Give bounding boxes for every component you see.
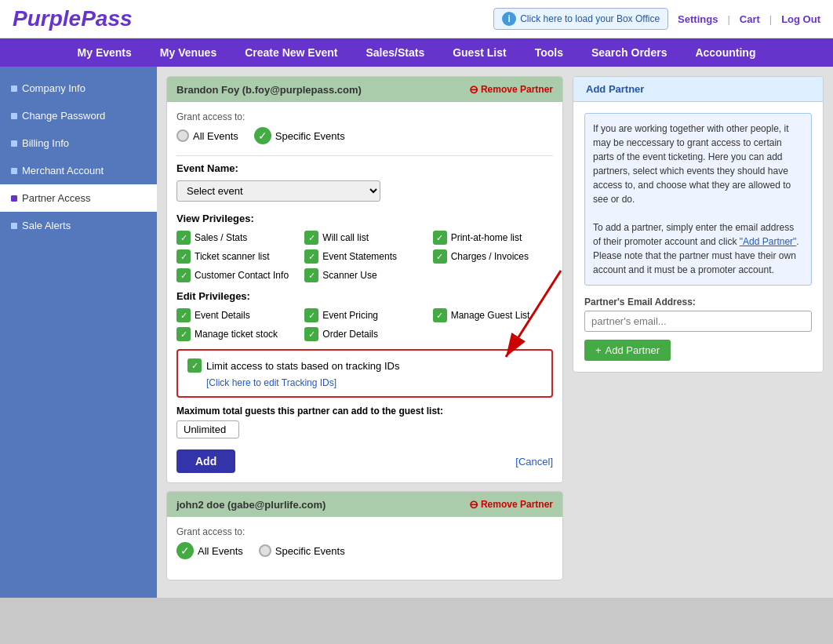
priv-ticket-scanner: ✓ Ticket scanner list	[176, 249, 296, 264]
priv-charges-invoices: ✓ Charges / Invoices	[433, 249, 553, 264]
partner1-header: Brandon Foy (b.foy@purplepass.com) ⊖ Rem…	[167, 77, 562, 102]
partner2-all-events-label: All Events	[198, 545, 243, 557]
event-select-row: Select event	[176, 180, 553, 202]
content-wrapper: Company Info Change Password Billing Inf…	[0, 67, 833, 598]
check-icon: ✓	[304, 308, 318, 322]
bullet-icon	[11, 168, 17, 174]
add-partner-info: If you are working together with other p…	[584, 113, 812, 286]
priv-event-statements: ✓ Event Statements	[304, 249, 424, 264]
action-row: Add [Cancel]	[176, 449, 553, 473]
settings-link[interactable]: Settings	[678, 13, 718, 25]
partner1-remove-button[interactable]: ⊖ Remove Partner	[469, 83, 553, 96]
all-events-radio[interactable]	[176, 129, 189, 142]
main-nav: My Events My Venues Create New Event Sal…	[0, 38, 833, 67]
logout-link[interactable]: Log Out	[781, 13, 820, 25]
add-partner-button[interactable]: + Add Partner	[584, 340, 671, 361]
add-partner-link[interactable]: "Add Partner"	[740, 236, 797, 247]
check-icon: ✓	[304, 231, 318, 245]
partner2-name: john2 doe (gabe@plurlife.com)	[176, 499, 326, 511]
nav-search-orders[interactable]: Search Orders	[577, 38, 682, 67]
edit-privileges-grid: ✓ Event Details ✓ Event Pricing ✓ Manage…	[176, 308, 553, 341]
active-bullet-icon	[11, 195, 17, 202]
sidebar-item-billing-info[interactable]: Billing Info	[0, 129, 157, 157]
nav-create-event[interactable]: Create New Event	[231, 38, 351, 67]
box-office-label: Click here to load your Box Office	[520, 13, 660, 24]
nav-sales-stats[interactable]: Sales/Stats	[351, 38, 438, 67]
sidebar-label-merchant-account: Merchant Account	[22, 165, 104, 176]
add-partner-body: If you are working together with other p…	[573, 102, 823, 372]
partner2-specific-events-radio[interactable]	[259, 544, 271, 557]
nav-my-venues[interactable]: My Venues	[146, 38, 231, 67]
partner2-radio-group: ✓ All Events Specific Events	[176, 542, 553, 559]
partner2-all-events-option[interactable]: ✓ All Events	[176, 542, 243, 559]
partner2-remove-button[interactable]: ⊖ Remove Partner	[469, 498, 553, 511]
partner2-card: john2 doe (gabe@plurlife.com) ⊖ Remove P…	[166, 491, 563, 580]
sidebar-item-sale-alerts[interactable]: Sale Alerts	[0, 212, 157, 239]
nav-accounting[interactable]: Accounting	[681, 38, 769, 67]
partner2-all-events-radio[interactable]: ✓	[176, 542, 194, 559]
add-partner-tab[interactable]: Add Partner	[573, 77, 823, 102]
partner2-specific-events-option[interactable]: Specific Events	[259, 544, 345, 557]
check-icon: ✓	[187, 358, 202, 373]
check-icon: ✓	[304, 268, 318, 282]
check-icon: ✓	[176, 308, 191, 322]
nav-my-events[interactable]: My Events	[64, 38, 146, 67]
specific-events-radio[interactable]: ✓	[254, 127, 271, 144]
divider1	[176, 155, 553, 156]
nav-guest-list[interactable]: Guest List	[438, 38, 520, 67]
check-icon: ✓	[176, 231, 191, 245]
partner-email-input[interactable]	[584, 311, 812, 332]
nav-tools[interactable]: Tools	[521, 38, 577, 67]
check-icon: ✓	[176, 327, 191, 341]
check-icon: ✓	[433, 231, 447, 245]
view-privileges-grid: ✓ Sales / Stats ✓ Will call list ✓ Print…	[176, 231, 553, 282]
all-events-label: All Events	[193, 130, 238, 142]
sidebar-item-change-password[interactable]: Change Password	[0, 102, 157, 129]
tracking-label: Limit access to stats based on tracking …	[206, 360, 399, 372]
sidebar-item-company-info[interactable]: Company Info	[0, 75, 157, 102]
access-radio-group: All Events ✓ Specific Events	[176, 127, 553, 144]
sidebar-item-merchant-account[interactable]: Merchant Account	[0, 157, 157, 184]
check-icon: ✓	[176, 268, 191, 282]
add-partner-panel: Add Partner If you are working together …	[573, 76, 824, 373]
partner2-remove-label: Remove Partner	[481, 499, 553, 510]
box-office-button[interactable]: i Click here to load your Box Office	[493, 8, 668, 30]
plus-icon: +	[595, 344, 602, 356]
sidebar-label-sale-alerts: Sale Alerts	[22, 220, 71, 231]
main-content: Brandon Foy (b.foy@purplepass.com) ⊖ Rem…	[157, 67, 833, 598]
add-button[interactable]: Add	[176, 449, 235, 473]
sidebar-label-billing-info: Billing Info	[22, 137, 69, 149]
view-privileges-label: View Privileges:	[176, 213, 553, 224]
sidebar-item-partner-access[interactable]: Partner Access	[0, 184, 157, 212]
sidebar-label-company-info: Company Info	[22, 82, 85, 94]
sidebar: Company Info Change Password Billing Inf…	[0, 67, 157, 598]
cancel-link[interactable]: [Cancel]	[515, 456, 553, 468]
edit-event-pricing: ✓ Event Pricing	[304, 308, 424, 322]
bullet-icon	[11, 223, 17, 229]
partner2-header: john2 doe (gabe@plurlife.com) ⊖ Remove P…	[167, 492, 562, 517]
info-icon: i	[502, 12, 516, 26]
max-guests-label: Maximum total guests this partner can ad…	[176, 406, 553, 417]
priv-print-home: ✓ Print-at-home list	[433, 231, 553, 245]
logo: PurplePass	[13, 6, 133, 31]
cart-link[interactable]: Cart	[740, 13, 760, 25]
all-events-option[interactable]: All Events	[176, 129, 238, 142]
sidebar-label-partner-access: Partner Access	[22, 192, 90, 204]
partner1-remove-label: Remove Partner	[481, 84, 553, 95]
event-select[interactable]: Select event	[176, 180, 380, 202]
sidebar-label-change-password: Change Password	[22, 110, 105, 122]
tracking-box: ✓ Limit access to stats based on trackin…	[176, 349, 553, 398]
edit-order-details: ✓ Order Details	[304, 327, 424, 341]
tracking-section: ✓ Limit access to stats based on trackin…	[176, 349, 553, 398]
remove-icon: ⊖	[469, 498, 478, 511]
specific-events-option[interactable]: ✓ Specific Events	[254, 127, 345, 144]
edit-privileges-label: Edit Privileges:	[176, 290, 553, 302]
check-icon: ✓	[176, 249, 191, 264]
info-paragraph1: If you are working together with other p…	[593, 122, 803, 206]
max-guests-input[interactable]	[176, 420, 239, 438]
remove-icon: ⊖	[469, 83, 478, 96]
grant-label: Grant access to:	[176, 111, 553, 122]
top-bar: PurplePass i Click here to load your Box…	[0, 0, 833, 38]
info-paragraph2: To add a partner, simply enter the email…	[593, 220, 803, 277]
tracking-link[interactable]: [Click here to edit Tracking IDs]	[206, 377, 542, 388]
